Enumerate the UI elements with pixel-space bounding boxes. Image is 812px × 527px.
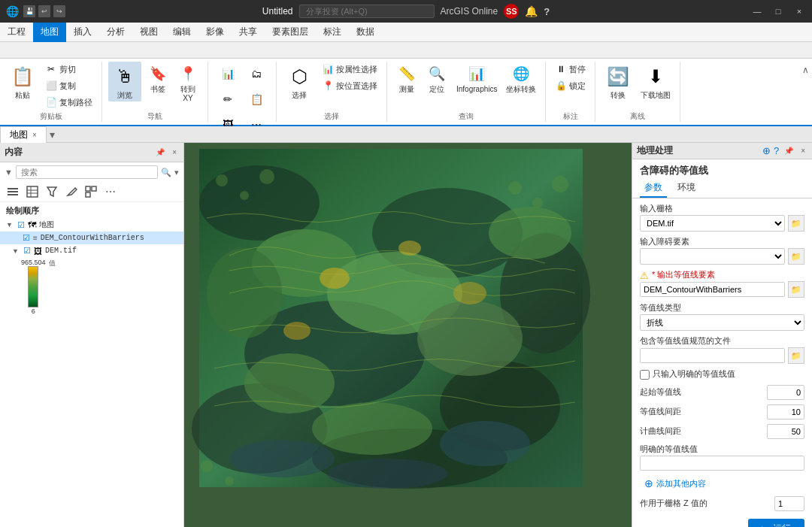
cut-button[interactable]: ✂ 剪切 [42,62,95,77]
close-button[interactable]: × [792,5,806,18]
infographics-button[interactable]: 📊 Infographics [453,62,500,95]
layer-item-dem-tif[interactable]: ▼ ☑ 🖼 DEM.tif [0,244,183,257]
menu-item-analysis[interactable]: 分析 [99,23,132,42]
panel-close-button[interactable]: × [170,147,179,157]
menu-item-map[interactable]: 地图 [33,23,66,42]
help-tool-button[interactable]: ? [774,145,779,156]
map-dropdown-icon[interactable]: ▾ [50,129,55,141]
table-view-button[interactable] [24,183,41,200]
select-button[interactable]: ⬡ 选择 [283,62,316,101]
goto-xy-button[interactable]: 📍 转到XY [174,62,201,104]
draw-button[interactable] [63,183,80,200]
layer-check-contour[interactable]: ☑ [23,233,30,243]
bookmark-button[interactable]: 🔖 书签 [144,62,171,95]
z-factor-input[interactable] [774,496,804,511]
contents-panel-title: 内容 [5,146,23,159]
contour-file-input[interactable] [640,348,785,363]
layer-item-map[interactable]: ▼ ☑ 🗺 地图 [0,218,183,232]
convert-button[interactable]: 🔄 转换 [601,62,635,101]
add-more-button[interactable]: ⊕ 添加其他内容 [640,475,804,492]
menu-item-insert[interactable]: 插入 [66,23,99,42]
more-tools-button[interactable]: ⋯ [102,183,119,200]
layer-check-map[interactable]: ☑ [17,220,25,230]
select-by-attr-button[interactable]: 📊 按属性选择 [319,62,380,77]
base-contour-input[interactable] [767,385,804,400]
more-icon[interactable]: ▾ [174,168,179,177]
contour-interval-input[interactable] [767,404,804,419]
geo-tool-title: 含障碍的等值线 [632,159,812,179]
paste-button[interactable]: 📋 粘贴 [6,62,39,107]
browse-button[interactable]: 🖱 浏览 [108,62,141,101]
map-area[interactable] [184,143,632,527]
style-button[interactable] [83,183,99,200]
geo-tab-env[interactable]: 环境 [673,179,700,198]
input-raster-select[interactable]: DEM.tif [640,215,785,232]
global-search-input[interactable] [299,5,435,18]
pause-label-button[interactable]: ⏸ 暂停 [552,62,589,77]
layer-btn4[interactable]: 📋 [243,87,270,111]
filter-layer-button[interactable] [44,183,60,200]
select-by-location-label: 按位置选择 [336,80,377,92]
run-button[interactable]: ▶ 运行 [748,519,804,527]
map-tab[interactable]: 地图 × [0,126,47,143]
browse-icon: 🖱 [111,63,138,90]
locate-button[interactable]: 🔍 定位 [423,62,450,95]
user-avatar[interactable]: SS [504,4,519,19]
download-map-button[interactable]: ⬇ 下载地图 [638,62,674,101]
layer-btn2[interactable]: 🗂 [243,62,270,86]
menu-item-view[interactable]: 视图 [132,23,165,42]
search-icon[interactable]: 🔍 [161,168,171,177]
menu-item-data[interactable]: 数据 [349,23,382,42]
measure-button[interactable]: 📏 测量 [393,62,420,95]
input-barrier-select[interactable] [640,248,785,265]
select-icon: ⬡ [286,63,313,90]
explicit-values-input[interactable] [640,456,804,471]
select-by-location-button[interactable]: 📍 按位置选择 [319,78,380,93]
layer-btn3[interactable]: ✏ [214,87,241,111]
right-panel-close-button[interactable]: × [798,146,807,156]
contour-interval-row: 等值线间距 [640,404,804,419]
minimize-button[interactable]: — [750,5,764,18]
add-layer-button[interactable] [5,183,21,200]
menu-item-imagery[interactable]: 影像 [198,23,232,42]
panel-pin-button[interactable]: 📌 [153,147,167,157]
menu-item-feature-layer[interactable]: 要素图层 [265,23,316,42]
layer-btn1[interactable]: 📊 [214,62,241,86]
maximize-button[interactable]: □ [771,5,785,18]
output-contour-input[interactable] [640,282,785,297]
svg-point-30 [453,282,486,304]
copy-path-button[interactable]: 📄 复制路径 [42,95,95,110]
contents-search-input[interactable] [16,165,158,179]
ribbon-collapse[interactable]: ∧ [799,62,812,122]
tab-bar: 地图 × ▾ [0,126,812,143]
z-interval-input[interactable] [767,424,804,439]
geo-tab-params[interactable]: 参数 [640,179,667,198]
input-barrier-browse-button[interactable]: 📁 [788,248,804,265]
save-icon[interactable]: 💾 [23,5,35,17]
add-tool-button[interactable]: ⊕ [762,145,771,156]
contour-file-browse-button[interactable]: 📁 [788,347,804,364]
right-panel-pin-button[interactable]: 📌 [782,146,795,156]
pause-label: 暂停 [569,64,586,75]
layer-item-dem-contour[interactable]: ☑ ≡ DEM_ContourWithBarriers [0,232,183,244]
filter-icon: ▼ [5,168,13,177]
coord-convert-button[interactable]: 🌐 坐标转换 [503,62,539,95]
menu-item-edit[interactable]: 编辑 [165,23,198,42]
layer-check-dem[interactable]: ☑ [23,246,31,256]
lock-label-button[interactable]: 🔒 锁定 [552,78,589,93]
bell-icon[interactable]: 🔔 [525,5,538,17]
output-contour-browse-button[interactable]: 📁 [788,281,804,298]
undo-icon[interactable]: ↩ [38,5,50,17]
output-contour-row: 📁 [640,281,804,298]
help-icon[interactable]: ? [544,6,550,17]
ribbon-group-layer: 📊 🗂 ✏ 📋 🖼 ⋯ 图层 [208,62,277,122]
menu-item-labeling[interactable]: 标注 [316,23,349,42]
menu-item-project[interactable]: 工程 [0,23,33,42]
menu-item-share[interactable]: 共享 [232,23,265,42]
copy-button[interactable]: ⬜ 复制 [42,78,95,93]
redo-icon[interactable]: ↪ [53,5,65,17]
only-explicit-checkbox[interactable] [640,370,650,380]
map-tab-close-button[interactable]: × [32,131,37,139]
contour-type-select[interactable]: 折线 [640,314,804,331]
input-raster-browse-button[interactable]: 📁 [788,215,804,232]
